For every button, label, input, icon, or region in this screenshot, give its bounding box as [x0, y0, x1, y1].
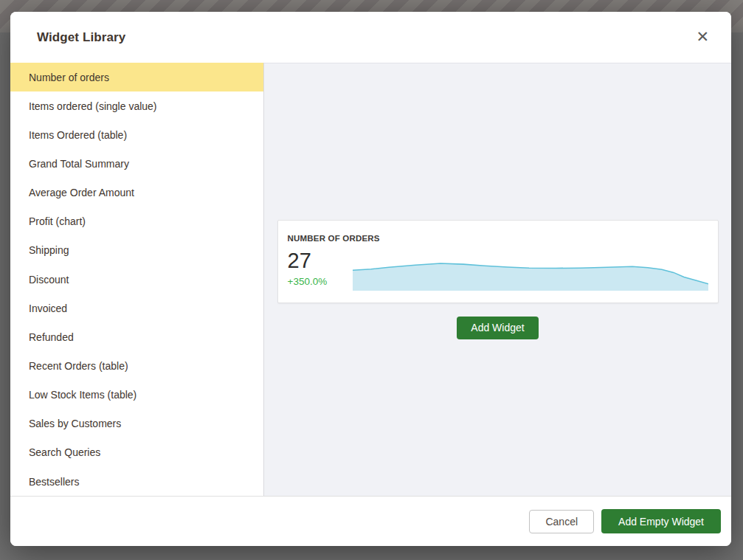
widget-list-item[interactable]: Items ordered (single value) — [10, 91, 263, 120]
widget-list-item-label: Average Order Amount — [29, 187, 134, 198]
widget-list-item-label: Recent Orders (table) — [29, 360, 128, 372]
widget-list-item[interactable]: Bestsellers — [10, 467, 263, 496]
widget-list-item-label: Items ordered (single value) — [29, 100, 157, 112]
widget-list-item-label: Invoiced — [29, 303, 67, 314]
modal-body: Number of ordersItems ordered (single va… — [10, 63, 731, 496]
widget-list-item[interactable]: Search Queries — [10, 438, 263, 467]
widget-list-item[interactable]: Average Order Amount — [10, 179, 263, 207]
widget-preview-card: NUMBER OF ORDERS 27 +350.0% — [277, 220, 719, 303]
modal-title: Widget Library — [37, 30, 125, 45]
widget-list-item-label: Low Stock Items (table) — [29, 389, 136, 401]
widget-list-item-label: Grand Total Summary — [29, 158, 129, 170]
widget-list-item-label: Number of orders — [29, 72, 109, 83]
modal-header: Widget Library ✕ — [10, 12, 731, 63]
widget-library-modal: Widget Library ✕ Number of ordersItems o… — [10, 12, 731, 546]
widget-list-item[interactable]: Shipping — [10, 236, 263, 265]
modal-footer: Cancel Add Empty Widget — [10, 496, 731, 546]
widget-list: Number of ordersItems ordered (single va… — [10, 63, 264, 496]
close-icon[interactable]: ✕ — [690, 25, 715, 49]
widget-list-item-label: Sales by Customers — [29, 418, 121, 429]
widget-list-item[interactable]: Discount — [10, 265, 263, 294]
widget-list-item-label: Search Queries — [29, 446, 100, 458]
widget-list-item-label: Bestsellers — [29, 476, 79, 488]
sparkline-chart — [353, 260, 708, 291]
widget-list-item[interactable]: Grand Total Summary — [10, 149, 263, 178]
widget-list-item[interactable]: Recent Orders (table) — [10, 351, 263, 380]
widget-list-item[interactable]: Sales by Customers — [10, 409, 263, 438]
widget-list-item-label: Discount — [29, 274, 69, 286]
widget-list-item[interactable]: Refunded — [10, 322, 263, 351]
add-empty-widget-button[interactable]: Add Empty Widget — [601, 509, 721, 533]
widget-card-title: NUMBER OF ORDERS — [288, 234, 380, 243]
widget-list-item[interactable]: Low Stock Items (table) — [10, 381, 263, 409]
widget-list-item-label: Profit (chart) — [29, 215, 86, 227]
widget-list-item[interactable]: Items Ordered (table) — [10, 120, 263, 149]
widget-list-item-label: Refunded — [29, 331, 74, 343]
widget-list-item[interactable]: Invoiced — [10, 294, 263, 322]
widget-list-item-label: Items Ordered (table) — [29, 129, 127, 141]
widget-list-item[interactable]: Number of orders — [10, 63, 263, 91]
widget-preview-panel: NUMBER OF ORDERS 27 +350.0% Add Widget — [264, 63, 731, 496]
widget-list-item[interactable]: Profit (chart) — [10, 207, 263, 236]
widget-list-item-label: Shipping — [29, 244, 69, 256]
add-widget-button[interactable]: Add Widget — [457, 317, 538, 339]
cancel-button[interactable]: Cancel — [529, 510, 594, 533]
